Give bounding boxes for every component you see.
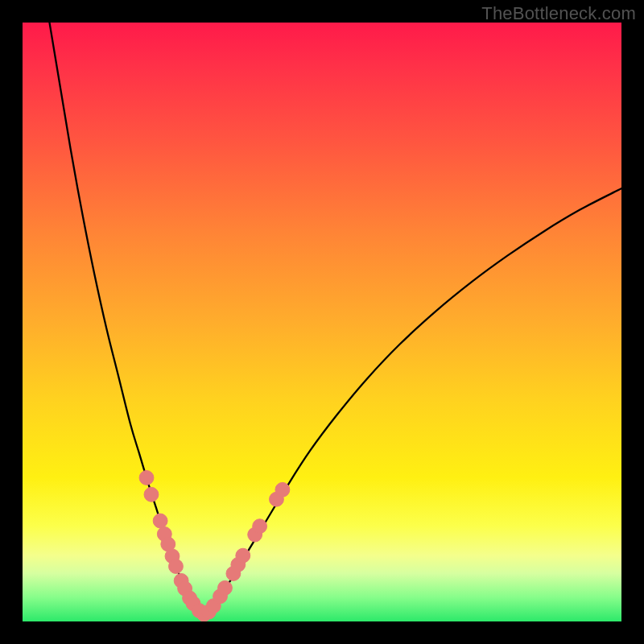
- watermark-text: TheBottleneck.com: [481, 3, 636, 24]
- left-branch-curve: [49, 23, 204, 614]
- plot-area: [23, 23, 621, 621]
- data-marker: [218, 580, 233, 595]
- data-marker: [153, 514, 167, 528]
- curves-svg: [23, 23, 621, 621]
- data-marker: [236, 548, 250, 563]
- data-marker: [169, 559, 184, 574]
- data-markers: [139, 471, 290, 621]
- data-marker: [144, 487, 159, 502]
- data-marker: [253, 519, 267, 534]
- data-marker: [139, 471, 154, 485]
- data-marker: [275, 482, 290, 497]
- right-branch-curve: [204, 188, 621, 614]
- chart-frame: TheBottleneck.com: [0, 0, 644, 644]
